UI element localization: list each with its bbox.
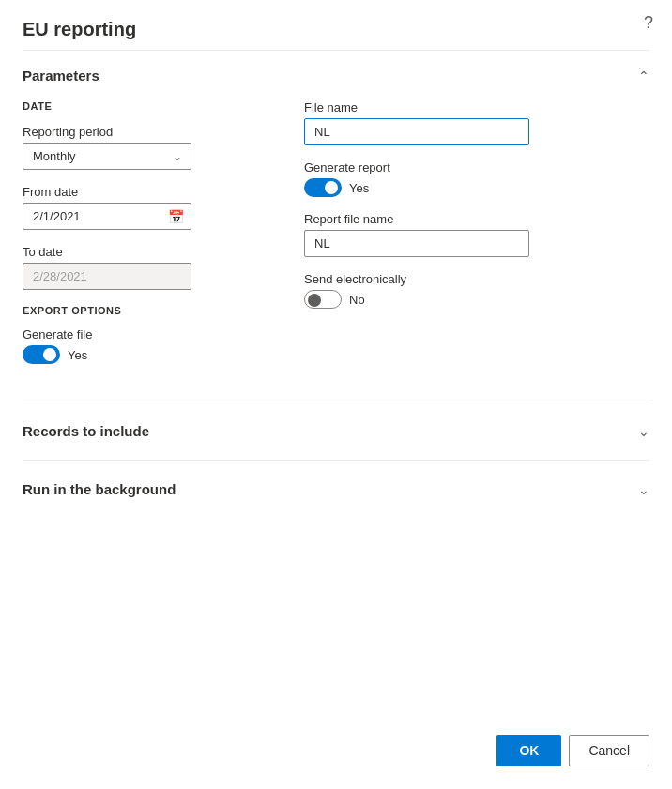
send-electronically-toggle[interactable] [304, 290, 342, 309]
generate-file-label: Generate file [23, 327, 267, 341]
right-column: File name Generate report Yes Report fil… [304, 100, 649, 379]
generate-report-toggle-thumb [325, 181, 338, 194]
records-chevron-icon: ⌄ [638, 424, 649, 439]
help-icon[interactable]: ? [644, 13, 653, 33]
footer: OK Cancel [496, 735, 649, 766]
ok-button[interactable]: OK [496, 735, 561, 766]
date-section-label: DATE [23, 100, 267, 112]
records-section: Records to include ⌄ [23, 402, 649, 460]
generate-report-toggle[interactable] [304, 178, 342, 197]
generate-file-field: Generate file Yes [23, 327, 267, 364]
generate-report-field: Generate report Yes [304, 160, 649, 197]
background-chevron-icon: ⌄ [638, 482, 649, 497]
parameters-content: DATE Reporting period Monthly Daily Week… [23, 100, 649, 402]
send-electronically-toggle-row: No [304, 290, 649, 309]
to-date-input-wrapper [23, 263, 191, 290]
export-options-label: EXPORT OPTIONS [23, 305, 267, 316]
background-title: Run in the background [23, 481, 176, 497]
from-date-label: From date [23, 185, 267, 199]
from-date-calendar-icon[interactable]: 📅 [168, 209, 184, 224]
reporting-period-label: Reporting period [23, 125, 267, 139]
generate-file-toggle[interactable] [23, 345, 60, 364]
file-name-input[interactable] [304, 118, 529, 145]
left-column: DATE Reporting period Monthly Daily Week… [23, 100, 267, 379]
send-electronically-field: Send electronically No [304, 272, 649, 309]
report-file-name-field: Report file name NL [304, 212, 649, 257]
send-electronically-label: Send electronically [304, 272, 649, 286]
generate-file-toggle-thumb [43, 348, 56, 361]
records-title: Records to include [23, 423, 149, 439]
send-electronically-toggle-thumb [308, 294, 321, 307]
from-date-field: From date 📅 [23, 185, 267, 230]
file-name-field: File name [304, 100, 649, 145]
background-section: Run in the background ⌄ [23, 460, 649, 518]
generate-report-toggle-row: Yes [304, 178, 649, 197]
report-file-name-label: Report file name [304, 212, 649, 226]
cancel-button[interactable]: Cancel [569, 735, 649, 766]
generate-report-label: Generate report [304, 160, 649, 174]
background-header[interactable]: Run in the background ⌄ [23, 461, 649, 518]
generate-report-value: Yes [349, 181, 369, 195]
reporting-period-select[interactable]: Monthly Daily Weekly Quarterly Yearly [23, 143, 191, 170]
reporting-period-select-wrapper: Monthly Daily Weekly Quarterly Yearly ⌄ [23, 143, 191, 170]
to-date-field: To date [23, 245, 267, 290]
send-electronically-value: No [349, 293, 365, 307]
to-date-label: To date [23, 245, 267, 259]
from-date-input-wrapper: 📅 [23, 203, 191, 230]
page-title: EU reporting [0, 0, 672, 50]
records-header[interactable]: Records to include ⌄ [23, 402, 649, 460]
parameters-title: Parameters [23, 68, 99, 83]
to-date-input [23, 263, 191, 290]
parameters-header[interactable]: Parameters ⌃ [23, 51, 649, 100]
file-name-label: File name [304, 100, 649, 114]
parameters-columns: DATE Reporting period Monthly Daily Week… [23, 100, 649, 379]
generate-file-toggle-row: Yes [23, 345, 267, 364]
from-date-input[interactable] [23, 203, 191, 230]
parameters-section: Parameters ⌃ DATE Reporting period Month… [23, 50, 649, 402]
reporting-period-field: Reporting period Monthly Daily Weekly Qu… [23, 125, 267, 170]
report-file-name-value: NL [304, 230, 529, 257]
generate-file-value: Yes [68, 348, 87, 362]
parameters-collapse-icon: ⌃ [638, 68, 649, 83]
